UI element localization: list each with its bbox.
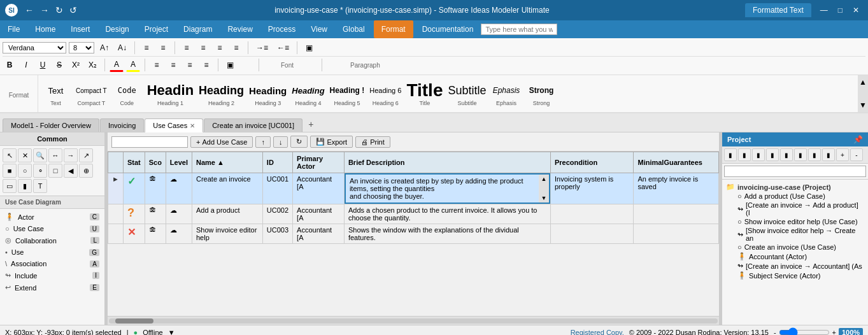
style-heading5[interactable]: Heading ! Heading 5 bbox=[327, 80, 367, 108]
zoom-slider[interactable] bbox=[779, 327, 830, 336]
style-compact[interactable]: Compact T Compact T bbox=[73, 80, 110, 108]
tool-include[interactable]: ↬ Include I bbox=[3, 270, 102, 281]
menu-documentation[interactable]: Documentation bbox=[415, 20, 481, 38]
tab-model1[interactable]: Model1 - Folder Overview bbox=[3, 118, 99, 132]
refresh-button[interactable]: ↻ bbox=[290, 136, 308, 148]
move-up-button[interactable]: ↑ bbox=[255, 136, 271, 148]
num-list-button[interactable]: ≡ bbox=[156, 41, 170, 55]
forward-icon[interactable]: → bbox=[38, 4, 51, 17]
col-brief[interactable]: Brief Description bbox=[344, 152, 550, 173]
circle-tool[interactable]: ⚬ bbox=[33, 164, 47, 178]
tab-create-invoice[interactable]: Create an invoice [UC001] bbox=[204, 118, 302, 132]
group-tool[interactable]: ▮ bbox=[18, 179, 32, 193]
tree-root[interactable]: 📁 invoicing-use-case (Project) bbox=[725, 182, 865, 192]
menu-project[interactable]: Project bbox=[137, 20, 176, 38]
tree-item-create-invoice[interactable]: ○ Create an invoice (Use Case) bbox=[725, 243, 865, 252]
table-search-input[interactable] bbox=[111, 136, 188, 148]
styles-scroll-button[interactable]: ▲ ▼ bbox=[858, 75, 868, 112]
tool-actor[interactable]: 🧍 Actor C bbox=[3, 211, 102, 222]
tree-item-add-product[interactable]: ○ Add a product (Use Case) bbox=[725, 192, 865, 201]
style-strong[interactable]: Strong Strong bbox=[524, 80, 559, 108]
indent-more-button[interactable]: →≡ bbox=[253, 41, 271, 55]
rp-btn-7[interactable]: ▮ bbox=[808, 148, 821, 161]
menu-global[interactable]: Global bbox=[335, 20, 373, 38]
tool-use[interactable]: • Use G bbox=[3, 247, 102, 257]
scroll-thumb[interactable] bbox=[115, 318, 153, 324]
tree-item-show-help[interactable]: ○ Show invoice editor help (Use Case) bbox=[725, 217, 865, 226]
italic-button[interactable]: I bbox=[19, 58, 33, 72]
menu-diagram[interactable]: Diagram bbox=[176, 20, 220, 38]
scroll-up-icon[interactable]: ▲ bbox=[859, 78, 867, 87]
align-center-button[interactable]: ≡ bbox=[196, 41, 210, 55]
rp-btn-8[interactable]: ▮ bbox=[822, 148, 835, 161]
zoom-in-icon[interactable]: + bbox=[832, 329, 836, 336]
add-tab-button[interactable]: + bbox=[303, 117, 318, 132]
connect-tool[interactable]: → bbox=[64, 148, 78, 162]
para-spacing-button[interactable]: ≡ bbox=[199, 58, 213, 72]
style-heading1[interactable]: Headin Heading 1 bbox=[145, 80, 196, 108]
align-right-button[interactable]: ≡ bbox=[213, 41, 227, 55]
underline-button[interactable]: U bbox=[36, 58, 50, 72]
pin-icon[interactable]: 📌 bbox=[853, 135, 863, 144]
col-minimal-guarantees[interactable]: MinimalGuarantees bbox=[634, 152, 719, 173]
rp-btn-2[interactable]: ▮ bbox=[738, 148, 751, 161]
close-button[interactable]: ✕ bbox=[849, 4, 863, 16]
table-row[interactable]: ? 🏚 ☁ Add a product UC002 Accountant [A … bbox=[108, 204, 719, 224]
highlight-color-button[interactable]: A bbox=[126, 58, 140, 72]
strikethrough-button[interactable]: S bbox=[52, 58, 66, 72]
select-tool[interactable]: ↖ bbox=[3, 148, 17, 162]
line-spacing-button[interactable]: ≡ bbox=[183, 58, 197, 72]
font-grow-button[interactable]: A↑ bbox=[97, 41, 112, 55]
rp-btn-5[interactable]: ▮ bbox=[780, 148, 793, 161]
subscript-button[interactable]: X₂ bbox=[85, 58, 100, 72]
status-dropdown[interactable]: ▼ bbox=[168, 329, 175, 336]
menu-view[interactable]: View bbox=[303, 20, 335, 38]
project-search-input[interactable] bbox=[724, 166, 866, 177]
rp-btn-4[interactable]: ▮ bbox=[766, 148, 779, 161]
style-heading6[interactable]: Heading 6 Heading 6 bbox=[367, 80, 404, 108]
style-subtitle[interactable]: Subtitle Subtitle bbox=[445, 80, 488, 108]
add-use-case-button[interactable]: + Add Use Case bbox=[190, 136, 253, 148]
move-down-button[interactable]: ↓ bbox=[273, 136, 288, 148]
col-level[interactable]: Level bbox=[166, 152, 192, 173]
indent-less-button[interactable]: ←≡ bbox=[274, 41, 292, 55]
style-heading3[interactable]: Heading Heading 3 bbox=[246, 80, 289, 108]
delete-tool[interactable]: ✕ bbox=[18, 148, 32, 162]
col-id[interactable]: ID bbox=[262, 152, 292, 173]
pan-tool[interactable]: ↔ bbox=[48, 148, 62, 162]
frame-tool[interactable]: ▭ bbox=[3, 179, 17, 193]
col-name[interactable]: Name ▲ bbox=[192, 152, 263, 173]
text-tool[interactable]: T bbox=[33, 179, 47, 193]
scroll-down-arrow[interactable]: ▼ bbox=[541, 195, 547, 201]
align-justify-button[interactable]: ≡ bbox=[229, 41, 243, 55]
tree-item-subject-service[interactable]: 🧍 Subject Service (Actor) bbox=[725, 271, 865, 280]
menu-file[interactable]: File bbox=[0, 20, 27, 38]
superscript-button[interactable]: X² bbox=[69, 58, 83, 72]
indent-para-button[interactable]: ≡ bbox=[150, 58, 164, 72]
menu-design[interactable]: Design bbox=[97, 20, 136, 38]
menu-home[interactable]: Home bbox=[27, 20, 63, 38]
style-title[interactable]: Title Title bbox=[404, 80, 445, 108]
style-code[interactable]: Code Code bbox=[110, 80, 145, 108]
redo-icon[interactable]: ↺ bbox=[68, 4, 79, 17]
scroll-down-icon[interactable]: ▼ bbox=[859, 101, 867, 110]
rp-btn-10[interactable]: - bbox=[850, 148, 863, 161]
outdent-para-button[interactable]: ≡ bbox=[166, 58, 180, 72]
menu-review[interactable]: Review bbox=[220, 20, 260, 38]
bullet-list-button[interactable]: ≡ bbox=[139, 41, 153, 55]
undo-icon[interactable]: ↻ bbox=[53, 4, 65, 17]
bold-button[interactable]: B bbox=[3, 58, 17, 72]
font-shrink-button[interactable]: A↓ bbox=[115, 41, 130, 55]
rp-btn-3[interactable]: ▮ bbox=[752, 148, 765, 161]
col-precondition[interactable]: Precondition bbox=[550, 152, 633, 173]
minimize-button[interactable]: — bbox=[816, 4, 832, 16]
brief-popup-scroll[interactable]: ▲ ▼ bbox=[539, 175, 549, 203]
note-tool[interactable]: ⊕ bbox=[79, 164, 93, 178]
rp-btn-9[interactable]: + bbox=[836, 148, 849, 161]
table-row[interactable]: ✕ 🏚 ☁ Show invoice editor help UC003 Acc… bbox=[108, 224, 719, 244]
col-stat[interactable]: Stat bbox=[123, 152, 145, 173]
style-text[interactable]: Text Text bbox=[38, 80, 73, 108]
align-left-button[interactable]: ≡ bbox=[180, 41, 194, 55]
rp-btn-6[interactable]: ▮ bbox=[794, 148, 807, 161]
border-button[interactable]: ▣ bbox=[223, 58, 237, 72]
